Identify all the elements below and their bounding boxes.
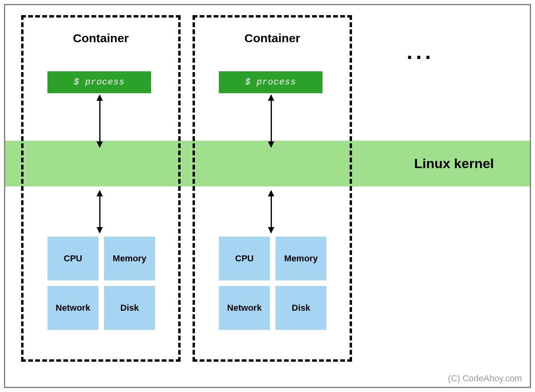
container-title: Container bbox=[24, 31, 178, 45]
diagram-frame: Linux kernel Container $ process CPU Mem… bbox=[4, 4, 531, 388]
container-title: Container bbox=[195, 31, 350, 45]
resource-network: Network bbox=[219, 286, 270, 330]
container-box-1: Container $ process CPU Memory Network D… bbox=[21, 15, 181, 362]
linux-kernel-label: Linux kernel bbox=[414, 156, 494, 171]
resource-disk: Disk bbox=[104, 286, 155, 330]
resources-grid: CPU Memory Network Disk bbox=[219, 237, 327, 330]
container-box-2: Container $ process CPU Memory Network D… bbox=[193, 15, 352, 362]
arrow-process-kernel bbox=[99, 95, 100, 147]
resource-network: Network bbox=[47, 286, 98, 330]
resource-cpu: CPU bbox=[47, 237, 98, 280]
process-box: $ process bbox=[47, 71, 151, 93]
attribution-text: (C) CodeAhoy.com bbox=[448, 373, 522, 384]
resource-disk: Disk bbox=[275, 286, 327, 330]
arrow-kernel-resources bbox=[271, 191, 272, 233]
process-box: $ process bbox=[219, 71, 323, 93]
arrow-process-kernel bbox=[271, 95, 272, 147]
resource-cpu: CPU bbox=[219, 237, 270, 280]
resource-memory: Memory bbox=[104, 237, 155, 280]
arrow-kernel-resources bbox=[99, 191, 100, 233]
resources-grid: CPU Memory Network Disk bbox=[47, 237, 155, 330]
ellipsis-more-containers: ... bbox=[407, 39, 434, 64]
resource-memory: Memory bbox=[275, 237, 327, 280]
